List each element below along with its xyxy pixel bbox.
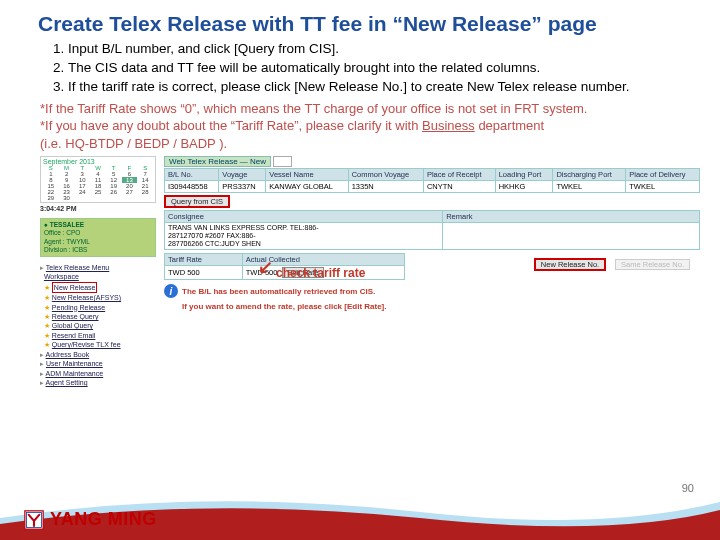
clock: 3:04:42 PM <box>40 205 156 212</box>
embedded-screenshot: September 2013 SMTWTFS 12345678910111213… <box>40 156 700 436</box>
step-1: Input B/L number, and click [Query from … <box>68 40 670 58</box>
note-2: *If you have any doubt about the “Tariff… <box>40 117 680 135</box>
ym-logo-icon <box>24 510 44 530</box>
consignee-table: ConsigneeRemark TRANS VAN LINKS EXPRESS … <box>164 210 700 250</box>
sidebar-item[interactable]: Resend Email <box>52 332 96 339</box>
note-3: (i.e. HQ-BTDP / BEDP / BADP ). <box>40 135 680 153</box>
same-release-no-button: Same Release No. <box>615 259 690 270</box>
sidebar-item[interactable]: Global Query <box>52 322 93 329</box>
sidebar-item[interactable]: Address Book <box>46 351 90 358</box>
sidebar-item[interactable]: User Maintenance <box>46 360 103 367</box>
page-title: Create Telex Release with TT fee in “New… <box>0 0 720 40</box>
step-3: If the tariff rate is correct, please cl… <box>68 78 670 96</box>
bl-header-table: B/L No.VoyageVessel NameCommon VoyagePla… <box>164 168 700 193</box>
query-from-cis-button[interactable]: Query from CIS <box>164 195 230 208</box>
calendar-widget: September 2013 SMTWTFS 12345678910111213… <box>40 156 156 203</box>
sidebar-item-new-release[interactable]: New Release <box>52 282 98 293</box>
sidebar-item[interactable]: New Release(AFSYS) <box>52 294 121 301</box>
user-info: ● TESSALEE Office : CPO Agent : TWYML Di… <box>40 218 156 257</box>
instruction-list: Input B/L number, and click [Query from … <box>0 40 720 97</box>
footer: YANG MING <box>0 488 720 540</box>
info-icon: i <box>164 284 178 298</box>
sidebar-item[interactable]: Agent Setting <box>46 379 88 386</box>
notes: *If the Tariff Rate shows “0”, which mea… <box>0 98 720 153</box>
sidebar-item[interactable]: Query/Revise TLX fee <box>52 341 121 348</box>
callout-arrow-icon: ↙ <box>258 256 273 278</box>
sidebar-item[interactable]: Pending Release <box>52 304 105 311</box>
sidebar-item[interactable]: Release Query <box>52 313 99 320</box>
brand-logo: YANG MING <box>24 509 157 530</box>
step-2: The CIS data and TT fee will be automati… <box>68 59 670 77</box>
sidebar-item[interactable]: ADM Maintenance <box>46 370 104 377</box>
callout-check-tariff: check tariff rate <box>276 266 365 280</box>
info-line-2: If you want to amend the rate, please cl… <box>182 302 700 311</box>
new-release-no-button[interactable]: New Release No. <box>534 258 606 271</box>
sidebar-menu: ▸ Telex Release Menu Workspace ★ New Rel… <box>40 263 156 388</box>
tab-web-telex[interactable]: Web Telex Release — New <box>164 156 271 167</box>
note-1: *If the Tariff Rate shows “0”, which mea… <box>40 100 680 118</box>
info-line-1: i The B/L has been automatically retriev… <box>164 284 700 298</box>
